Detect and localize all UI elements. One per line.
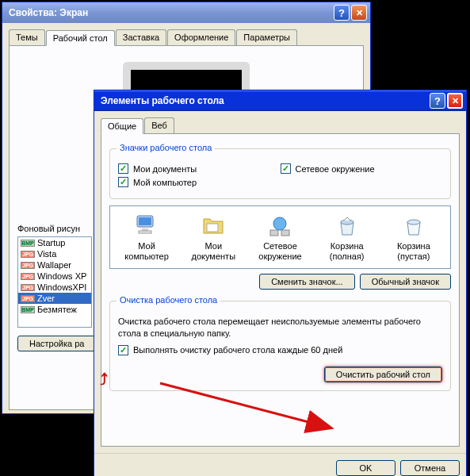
svg-rect-6 [270,230,278,236]
desktop-cleanup-group-title: Очистка рабочего стола [117,295,220,305]
svg-rect-4 [207,224,218,232]
clean-desktop-now-button[interactable]: Очистить рабочий стол [324,367,442,382]
my-computer-checkbox[interactable] [118,177,128,187]
computer-icon [134,213,159,238]
tab-settings[interactable]: Параметры [236,29,297,45]
child-help-button[interactable]: ? [430,93,445,109]
svg-rect-7 [281,230,289,236]
desktop-icons-group-title: Значки рабочего стола [117,143,215,152]
bg-item: JPGWindowsXPI [18,282,91,293]
bg-item: BMPБезмятеж [18,304,91,315]
customize-desktop-button[interactable]: Настройка ра [17,336,96,351]
recycle-full-icon [334,213,360,238]
bg-item-selected: JPGZver [18,293,91,304]
icon-network-places[interactable]: Сетевое окружение [252,213,308,262]
svg-point-9 [407,220,420,225]
jpg-icon: JPG [21,251,35,258]
tab-web[interactable]: Веб [144,117,174,133]
tab-desktop[interactable]: Рабочий стол [46,30,115,46]
tab-appearance[interactable]: Оформление [167,29,235,45]
icon-my-computer[interactable]: Мой компьютер [119,213,174,262]
background-list[interactable]: BMPStartup JPGVista JPGWallaper JPGWindo… [17,236,92,328]
cancel-button[interactable]: Отмена [400,460,460,476]
my-documents-checkbox[interactable] [118,163,128,174]
background-list-label: Фоновый рисун [17,224,96,233]
child-titlebar: Элементы рабочего стола ? ✕ [94,90,466,111]
child-close-button[interactable]: ✕ [447,93,463,109]
annotation-mark-icon: ⤴ [100,370,108,389]
bmp-icon: BMP [21,240,35,247]
bg-item: JPGVista [18,248,91,259]
parent-title: Свойства: Экран [6,7,332,18]
icon-recycle-full[interactable]: Корзина (полная) [319,213,375,262]
bg-item: JPGWindows XP [18,271,91,282]
default-icon-button[interactable]: Обычный значок [360,274,451,290]
jpg-icon: JPG [21,295,35,302]
svg-rect-1 [139,217,151,225]
bg-item: BMPStartup [18,237,91,248]
bmp-icon: BMP [21,306,35,313]
my-documents-label: Мои документы [133,164,197,174]
svg-rect-3 [139,231,151,233]
network-places-checkbox[interactable] [281,163,291,174]
folder-docs-icon [201,213,226,238]
parent-help-button[interactable]: ? [334,5,350,21]
parent-titlebar: Свойства: Экран ? ✕ [2,2,370,23]
tab-themes[interactable]: Темы [9,29,45,45]
tab-screensaver[interactable]: Заставка [116,29,166,45]
parent-close-button[interactable]: ✕ [351,5,367,21]
recycle-empty-icon [401,213,426,238]
icon-my-documents[interactable]: Мои документы [185,213,241,262]
network-icon [267,213,292,238]
bg-item: JPGWallaper [18,259,91,271]
dialog-button-row: OK Отмена [94,453,466,476]
tab-general[interactable]: Общие [101,118,143,134]
svg-point-5 [273,217,286,230]
icon-recycle-empty[interactable]: Корзина (пустая) [386,213,441,262]
change-icon-button[interactable]: Сменить значок... [259,274,355,290]
desktop-cleanup-group: Очистка рабочего стола Очистка рабочего … [109,301,451,391]
jpg-icon: JPG [21,262,35,269]
icon-preview-row[interactable]: Мой компьютер Мои документы Сетевое окру… [110,206,450,268]
parent-tabs: Темы Рабочий стол Заставка Оформление Па… [2,23,370,45]
cleanup-schedule-label: Выполнять очистку рабочего стола каждые … [133,345,342,355]
child-tabs: Общие Веб [94,111,466,133]
network-places-label: Сетевое окружение [296,164,375,174]
child-tab-body: Значки рабочего стола Мои документы Мой … [101,133,460,447]
jpg-icon: JPG [21,273,35,280]
child-title: Элементы рабочего стола [97,95,428,106]
desktop-items-window: Элементы рабочего стола ? ✕ Общие Веб Зн… [94,90,467,476]
jpg-icon: JPG [21,284,35,291]
my-computer-label: Мой компьютер [133,178,197,187]
cleanup-schedule-checkbox[interactable] [118,345,128,355]
cleanup-description: Очистка рабочего стола перемещает неиспо… [118,316,442,339]
desktop-icons-group: Значки рабочего стола Мои документы Мой … [109,148,451,199]
monitor-preview [123,62,250,90]
ok-button[interactable]: OK [336,460,395,476]
